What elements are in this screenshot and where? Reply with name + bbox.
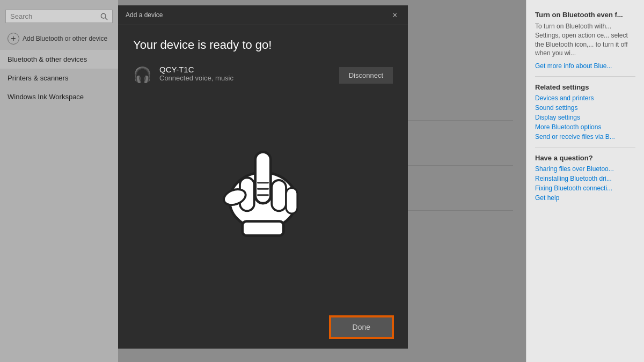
search-box[interactable] [5, 10, 113, 23]
search-icon [100, 13, 108, 20]
svg-point-0 [101, 13, 106, 18]
add-device-button[interactable]: + Add Bluetooth or other device [8, 33, 111, 45]
question-title: Have a question? [535, 154, 635, 162]
hand-cursor-icon [209, 121, 317, 239]
display-settings-link[interactable]: Display settings [535, 114, 635, 121]
fixing-link[interactable]: Fixing Bluetooth connecti... [535, 184, 635, 192]
svg-rect-5 [272, 180, 286, 211]
sidebar-item-windows-ink[interactable]: Windows Ink Workspace [0, 87, 118, 106]
device-connected-row: 🎧 QCY-T1C Connected voice, music Disconn… [133, 65, 393, 84]
device-headphone-icon: 🎧 [133, 66, 152, 84]
modal-body: Your device is ready to go! 🎧 QCY-T1C Co… [118, 25, 408, 309]
turn-on-desc: To turn on Bluetooth with... Settings, o… [535, 22, 635, 58]
modal-close-button[interactable]: × [390, 10, 400, 20]
plus-icon: + [8, 33, 19, 45]
connected-device-status: Connected voice, music [159, 74, 233, 82]
modal-overlay: Add a device × Your device is ready to g… [118, 0, 526, 362]
reinstalling-link[interactable]: Reinstalling Bluetooth dri... [535, 175, 635, 182]
modal-titlebar: Add a device × [118, 5, 408, 25]
turn-on-title: Turn on Bluetooth even f... [535, 11, 635, 19]
main-content: Blueto... Bluetooth O Now disco... Mouse… [118, 0, 526, 362]
sharing-files-link[interactable]: Sharing files over Bluetoo... [535, 165, 635, 173]
svg-line-1 [105, 18, 107, 20]
add-device-modal: Add a device × Your device is ready to g… [118, 5, 408, 349]
right-panel: Turn on Bluetooth even f... To turn on B… [526, 0, 644, 362]
devices-printers-link[interactable]: Devices and printers [535, 94, 635, 102]
bluetooth-devices-label: Bluetooth & other devices [8, 55, 87, 63]
more-bluetooth-link[interactable]: More Bluetooth options [535, 123, 635, 131]
sidebar-item-scanners[interactable]: Printers & scanners [0, 69, 118, 87]
divider-2 [535, 147, 635, 147]
sidebar-item-bluetooth[interactable]: Bluetooth & other devices [0, 50, 118, 69]
done-button[interactable]: Done [330, 316, 393, 338]
svg-rect-7 [286, 188, 297, 213]
device-connected-info: QCY-T1C Connected voice, music [159, 65, 233, 82]
sidebar: + Add Bluetooth or other device Bluetoot… [0, 0, 118, 362]
svg-rect-11 [243, 221, 284, 236]
related-settings-title: Related settings [535, 83, 635, 91]
modal-title: Add a device [126, 11, 163, 19]
modal-heading: Your device is ready to go! [133, 38, 393, 52]
modal-footer: Done [118, 309, 408, 349]
windows-ink-label: Windows Ink Workspace [8, 93, 84, 101]
disconnect-button[interactable]: Disconnect [339, 67, 393, 84]
divider-1 [535, 76, 635, 77]
add-device-label: Add Bluetooth or other device [23, 35, 107, 42]
get-help-link[interactable]: Get help [535, 194, 635, 202]
send-receive-link[interactable]: Send or receive files via B... [535, 133, 635, 141]
search-input[interactable] [10, 12, 100, 20]
connected-device-name: QCY-T1C [159, 65, 233, 74]
get-more-info-link[interactable]: Get more info about Blue... [535, 62, 635, 70]
scanners-label: Printers & scanners [8, 74, 68, 82]
sound-settings-link[interactable]: Sound settings [535, 104, 635, 112]
hand-illustration-container [133, 94, 393, 296]
